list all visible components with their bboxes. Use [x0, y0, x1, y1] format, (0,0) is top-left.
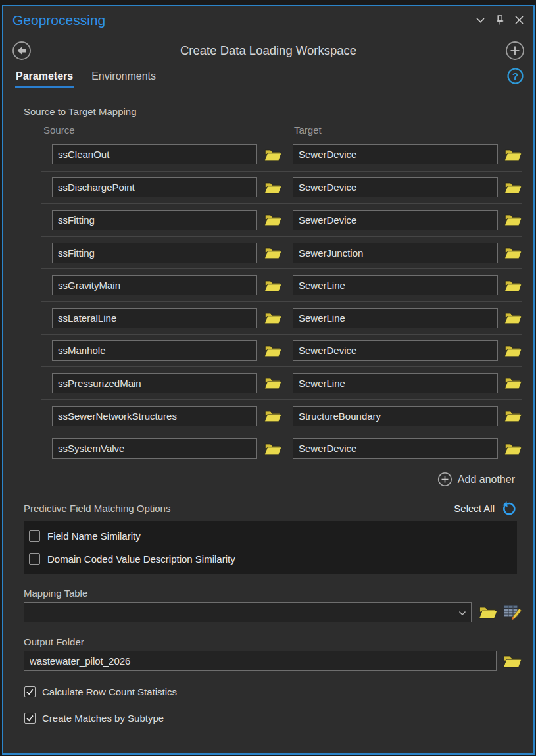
- browse-target-button[interactable]: [504, 213, 522, 227]
- folder-icon: [504, 376, 522, 390]
- pin-icon: [495, 14, 505, 26]
- target-input[interactable]: [293, 177, 498, 197]
- select-all-label[interactable]: Select All: [454, 503, 495, 514]
- checkbox-label: Create Matches by Subtype: [42, 713, 164, 724]
- browse-source-button[interactable]: [264, 343, 282, 358]
- check-icon: [26, 688, 34, 696]
- tab-environments[interactable]: Environments: [91, 69, 157, 86]
- output-folder-input[interactable]: [24, 651, 497, 671]
- folder-icon: [264, 245, 282, 260]
- add-to-project-button[interactable]: [505, 41, 525, 61]
- browse-source-button[interactable]: [264, 213, 282, 227]
- browse-target-button[interactable]: [504, 441, 522, 456]
- target-input[interactable]: [293, 406, 498, 426]
- browse-mapping-table-button[interactable]: [478, 605, 498, 620]
- target-input[interactable]: [293, 373, 498, 393]
- source-input[interactable]: [52, 275, 257, 295]
- target-input[interactable]: [293, 438, 498, 459]
- predictive-option-row: Domain Coded Value Description Similarit…: [24, 547, 517, 570]
- mapping-rows: [41, 138, 522, 465]
- mapping-row: [41, 366, 522, 399]
- checkbox[interactable]: [29, 553, 40, 565]
- add-icon: [505, 41, 525, 61]
- close-button[interactable]: [514, 15, 524, 25]
- source-input[interactable]: [52, 340, 257, 361]
- table-edit-icon: [502, 603, 522, 620]
- browse-target-button[interactable]: [504, 409, 522, 423]
- help-button[interactable]: ?: [506, 67, 524, 85]
- browse-target-button[interactable]: [504, 180, 522, 195]
- source-input[interactable]: [52, 210, 257, 230]
- target-input[interactable]: [293, 243, 498, 263]
- pin-button[interactable]: [495, 14, 505, 26]
- browse-source-button[interactable]: [264, 311, 282, 325]
- checkbox-label: Domain Coded Value Description Similarit…: [47, 553, 235, 565]
- browse-target-button[interactable]: [504, 376, 522, 390]
- mapping-table-combobox[interactable]: [24, 602, 472, 622]
- checkbox[interactable]: [29, 530, 40, 542]
- add-another-button[interactable]: Add another: [24, 470, 522, 490]
- predictive-options-header: Predictive Field Matching Options Select…: [24, 500, 522, 517]
- browse-target-button[interactable]: [504, 147, 522, 162]
- option-row: Calculate Row Count Statistics: [24, 679, 522, 705]
- panel-menu-button[interactable]: [475, 16, 485, 25]
- mapping-row: [41, 203, 522, 236]
- mapping-row: [41, 236, 522, 269]
- browse-target-button[interactable]: [504, 245, 522, 260]
- open-table-editor-button[interactable]: [502, 603, 522, 620]
- mapping-row: [41, 301, 522, 334]
- source-input[interactable]: [52, 144, 257, 164]
- source-input[interactable]: [52, 177, 257, 197]
- browse-source-button[interactable]: [264, 147, 282, 162]
- source-input[interactable]: [52, 406, 257, 426]
- target-input[interactable]: [293, 144, 498, 164]
- close-icon: [514, 15, 524, 25]
- folder-icon: [504, 441, 522, 456]
- mapping-row: [41, 432, 522, 465]
- browse-source-button[interactable]: [264, 376, 282, 390]
- reset-selection-button[interactable]: [500, 500, 517, 517]
- titlebar-icons: [475, 14, 524, 26]
- browse-source-button[interactable]: [264, 245, 282, 260]
- browse-source-button[interactable]: [264, 278, 282, 293]
- browse-source-button[interactable]: [264, 180, 282, 195]
- target-input[interactable]: [293, 275, 498, 295]
- folder-icon: [264, 311, 282, 325]
- browse-target-button[interactable]: [504, 278, 522, 293]
- mapping-row: [41, 399, 522, 432]
- browse-source-button[interactable]: [264, 441, 282, 456]
- folder-icon: [504, 245, 522, 260]
- browse-source-button[interactable]: [264, 409, 282, 423]
- undo-icon: [500, 500, 517, 517]
- folder-icon: [264, 409, 282, 423]
- checkbox[interactable]: [24, 686, 36, 697]
- checkbox-label: Field Name Similarity: [47, 530, 141, 542]
- folder-icon: [504, 343, 522, 358]
- source-input[interactable]: [52, 438, 257, 459]
- source-input[interactable]: [52, 373, 257, 393]
- help-icon: ?: [506, 67, 524, 85]
- add-another-label: Add another: [458, 474, 515, 486]
- back-button[interactable]: [12, 41, 32, 61]
- check-icon: [26, 714, 34, 722]
- folder-icon: [502, 653, 522, 668]
- browse-target-button[interactable]: [504, 311, 522, 325]
- target-column-header: Target: [294, 124, 322, 136]
- tool-title: Create Data Loading Workspace: [3, 43, 533, 58]
- parameters-content: Source to Target Mapping Source Target A…: [3, 106, 533, 732]
- target-input[interactable]: [293, 210, 498, 230]
- tab-parameters[interactable]: Parameters: [15, 69, 74, 88]
- source-input[interactable]: [52, 308, 257, 328]
- target-input[interactable]: [293, 340, 498, 361]
- bottom-options: Calculate Row Count StatisticsCreate Mat…: [24, 679, 522, 732]
- browse-target-button[interactable]: [504, 343, 522, 358]
- browse-output-folder-button[interactable]: [502, 653, 522, 668]
- panel-titlebar: Geoprocessing: [3, 6, 533, 36]
- folder-icon: [504, 180, 522, 195]
- mapping-row: [41, 268, 522, 301]
- checkbox[interactable]: [24, 713, 36, 724]
- source-input[interactable]: [52, 243, 257, 263]
- target-input[interactable]: [293, 308, 498, 328]
- panel-title: Geoprocessing: [12, 13, 105, 28]
- svg-text:?: ?: [512, 70, 518, 82]
